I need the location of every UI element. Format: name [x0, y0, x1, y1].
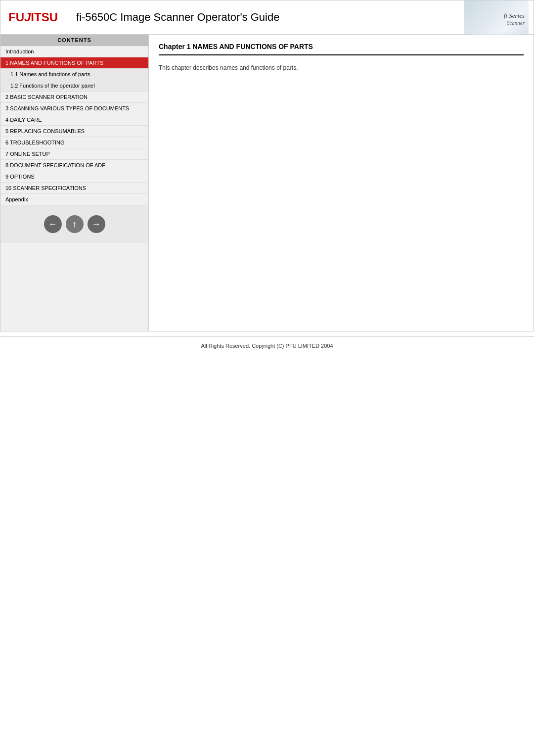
- nav-back-button[interactable]: ←: [44, 215, 62, 233]
- chapter-title: Chapter 1 NAMES AND FUNCTIONS OF PARTS: [159, 43, 524, 55]
- sidebar-item-ch3[interactable]: 3 SCANNING VARIOUS TYPES OF DOCUMENTS: [0, 103, 148, 114]
- sidebar-items-container: Introduction1 NAMES AND FUNCTIONS OF PAR…: [0, 46, 148, 205]
- sidebar-item-ch9[interactable]: 9 OPTIONS: [0, 171, 148, 183]
- page-header: FUJITSU fi-5650C Image Scanner Operator'…: [0, 0, 534, 35]
- nav-up-button[interactable]: ↑: [66, 215, 84, 233]
- sidebar-item-ch1-2[interactable]: 1.2 Functions of the operator panel: [0, 80, 148, 92]
- sidebar: CONTENTS Introduction1 NAMES AND FUNCTIO…: [0, 35, 149, 331]
- chapter-description: This chapter describes names and functio…: [159, 63, 524, 73]
- nav-forward-button[interactable]: →: [88, 215, 105, 233]
- sidebar-nav: ← ↑ →: [0, 205, 148, 243]
- sidebar-item-ch4[interactable]: 4 DAILY CARE: [0, 114, 148, 126]
- sidebar-item-ch6[interactable]: 6 TROUBLESHOOTING: [0, 137, 148, 148]
- sidebar-item-appendix[interactable]: Appendix: [0, 194, 148, 205]
- main-layout: CONTENTS Introduction1 NAMES AND FUNCTIO…: [0, 35, 534, 331]
- copyright-text: All Rights Reserved. Copyright (C) PFU L…: [201, 343, 333, 349]
- fi-series-sublabel: Scanner: [507, 20, 529, 26]
- sidebar-item-ch7[interactable]: 7 ONLINE SETUP: [0, 148, 148, 160]
- fi-series-label: fi Series: [504, 10, 529, 20]
- sidebar-item-ch10[interactable]: 10 SCANNER SPECIFICATIONS: [0, 183, 148, 194]
- sidebar-item-ch8[interactable]: 8 DOCUMENT SPECIFICATION OF ADF: [0, 160, 148, 171]
- logo-text: FU: [8, 10, 24, 24]
- fi-series-badge: fi Series Scanner: [464, 0, 529, 35]
- content-area: Chapter 1 NAMES AND FUNCTIONS OF PARTS T…: [149, 35, 534, 331]
- sidebar-item-ch5[interactable]: 5 REPLACING CONSUMABLES: [0, 126, 148, 137]
- sidebar-item-ch1[interactable]: 1 NAMES AND FUNCTIONS OF PARTS: [0, 57, 148, 69]
- logo-text-ji: J: [24, 10, 31, 24]
- sidebar-header: CONTENTS: [0, 35, 148, 46]
- sidebar-item-introduction[interactable]: Introduction: [0, 46, 148, 57]
- sidebar-item-ch2[interactable]: 2 BASIC SCANNER OPERATION: [0, 92, 148, 103]
- logo-text-tsu: ITSU: [31, 10, 58, 24]
- page-footer: All Rights Reserved. Copyright (C) PFU L…: [0, 336, 534, 355]
- sidebar-item-ch1-1[interactable]: 1.1 Names and functions of parts: [0, 69, 148, 80]
- fujitsu-logo: FUJITSU: [8, 0, 66, 34]
- page-title: fi-5650C Image Scanner Operator's Guide: [66, 11, 526, 24]
